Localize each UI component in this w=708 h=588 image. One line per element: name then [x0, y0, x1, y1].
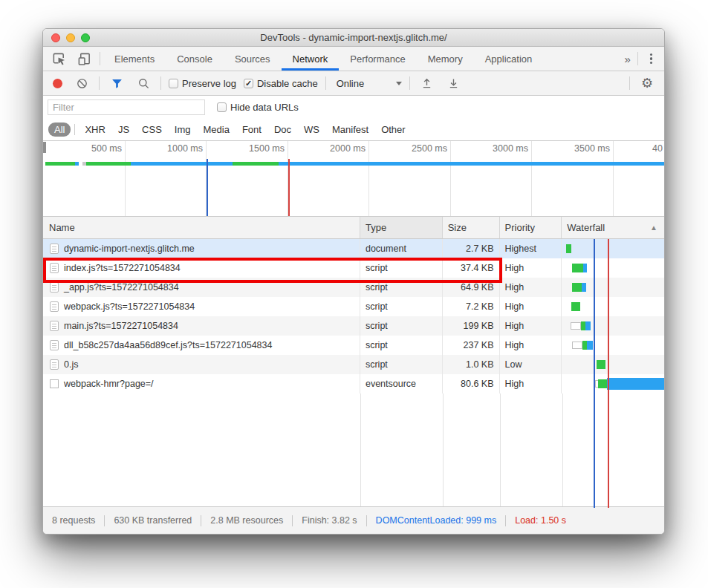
overview-activity-bar — [279, 162, 664, 166]
name-cell: webpack-hmr?page=/ — [43, 374, 360, 393]
disable-cache-label: Disable cache — [257, 78, 318, 89]
tab-elements[interactable]: Elements — [103, 47, 166, 71]
search-button[interactable] — [134, 74, 153, 92]
checkbox-box — [169, 79, 178, 88]
table-row[interactable]: main.js?ts=1572271054834script199 KBHigh — [43, 316, 664, 336]
type-filter-img[interactable]: Img — [169, 122, 196, 137]
throttling-dropdown[interactable]: Online — [334, 78, 402, 89]
document-file-icon — [50, 301, 59, 312]
column-header-waterfall[interactable]: Waterfall▲ — [561, 217, 664, 238]
overview-activity-bar — [131, 162, 240, 166]
type-cell: script — [360, 297, 442, 316]
devtools-tab-bar: ElementsConsoleSourcesNetworkPerformance… — [43, 47, 664, 71]
overview-gridline — [125, 141, 126, 216]
name-cell: main.js?ts=1572271054834 — [43, 316, 360, 336]
tab-network[interactable]: Network — [282, 47, 340, 71]
priority-cell: High — [499, 374, 562, 393]
table-row[interactable]: index.js?ts=1572271054834script37.4 KBHi… — [43, 258, 664, 278]
type-filter-xhr[interactable]: XHR — [79, 122, 110, 137]
waterfall-cell — [561, 355, 664, 374]
column-header-label: Type — [366, 222, 386, 233]
traffic-lights — [51, 33, 90, 42]
type-filter-other[interactable]: Other — [376, 122, 411, 137]
waterfall-cell — [561, 258, 664, 278]
tab-performance[interactable]: Performance — [339, 47, 416, 71]
type-filter-js[interactable]: JS — [113, 122, 134, 137]
toolbar-divider — [100, 52, 100, 65]
name-cell: dll_b58c257da4aa56d89cef.js?ts=157227105… — [43, 336, 360, 355]
type-cell: document — [360, 239, 442, 258]
load-event-line — [288, 159, 290, 216]
minimize-window-button[interactable] — [66, 33, 75, 42]
waterfall-queue-bar — [572, 342, 582, 349]
document-file-icon — [50, 340, 59, 350]
tab-sources[interactable]: Sources — [224, 47, 282, 71]
type-filter-all[interactable]: All — [48, 122, 71, 137]
type-cell: script — [360, 336, 442, 355]
more-tabs-icon[interactable]: » — [624, 53, 629, 65]
gear-icon: ⚙ — [641, 76, 653, 90]
document-file-icon — [50, 359, 59, 370]
device-toolbar-button[interactable] — [74, 50, 94, 68]
waterfall-cell — [561, 374, 664, 393]
tab-application[interactable]: Application — [474, 47, 544, 71]
type-filter-doc[interactable]: Doc — [269, 122, 296, 137]
overview-tick-label: 2000 ms — [309, 143, 366, 154]
waterfall-green-bar — [566, 244, 571, 253]
overview-activity-bar — [86, 162, 131, 166]
tab-memory[interactable]: Memory — [417, 47, 474, 71]
table-row[interactable]: webpack-hmr?page=/eventsource80.6 KBHigh — [43, 374, 664, 393]
overview-activity-bar — [45, 162, 75, 166]
column-header-size[interactable]: Size — [442, 217, 499, 238]
toolbar-divider — [99, 76, 100, 90]
overview-tick-label: 500 ms — [65, 143, 122, 154]
close-window-button[interactable] — [51, 33, 60, 42]
zoom-window-button[interactable] — [81, 33, 90, 42]
type-filter-css[interactable]: CSS — [137, 122, 167, 137]
table-empty-area — [43, 393, 664, 508]
status-item: Finish: 3.82 s — [293, 515, 366, 526]
network-toolbar: Preserve log ✓ Disable cache Online — [43, 71, 664, 96]
type-filter-manifest[interactable]: Manifest — [327, 122, 374, 137]
resource-type-filters: AllXHRJSCSSImgMediaFontDocWSManifestOthe… — [43, 119, 664, 141]
import-har-button[interactable] — [418, 74, 437, 92]
tab-console[interactable]: Console — [166, 47, 224, 71]
inspect-element-button[interactable] — [49, 50, 68, 68]
table-row[interactable]: webpack.js?ts=1572271054834script7.2 KBH… — [43, 297, 664, 316]
disable-cache-checkbox[interactable]: ✓ Disable cache — [244, 78, 318, 89]
overview-grip[interactable] — [43, 142, 46, 153]
column-header-priority[interactable]: Priority — [499, 217, 562, 238]
timeline-overview[interactable]: 500 ms1000 ms1500 ms2000 ms2500 ms3000 m… — [43, 141, 664, 217]
request-name: webpack-hmr?page=/ — [64, 379, 154, 389]
customize-devtools-icon[interactable] — [646, 53, 657, 65]
record-network-log-button[interactable] — [53, 79, 62, 88]
filter-input[interactable] — [48, 99, 205, 115]
waterfall-blue-bar — [585, 321, 591, 330]
priority-cell: High — [499, 336, 562, 355]
hide-data-urls-checkbox[interactable]: Hide data URLs — [217, 102, 299, 113]
column-header-type[interactable]: Type — [360, 217, 442, 238]
document-file-icon — [50, 321, 59, 331]
waterfall-queue-bar — [571, 322, 581, 330]
preserve-log-checkbox[interactable]: Preserve log — [169, 78, 236, 89]
column-separator — [500, 393, 501, 508]
document-file-icon — [50, 263, 59, 273]
column-header-name[interactable]: Name — [43, 217, 360, 238]
clear-network-log-button[interactable] — [72, 74, 91, 92]
table-row[interactable]: dynamic-import-nextjs.glitch.medocument2… — [43, 239, 664, 258]
toolbar-divider — [409, 76, 410, 90]
network-settings-button[interactable]: ⚙ — [637, 74, 657, 92]
column-header-label: Name — [49, 222, 75, 233]
type-filter-media[interactable]: Media — [198, 122, 234, 137]
request-name: webpack.js?ts=1572271054834 — [64, 301, 195, 312]
status-item: 8 requests — [52, 515, 104, 526]
overview-gridline — [368, 141, 369, 216]
filter-toggle-button[interactable] — [107, 74, 126, 92]
export-har-button[interactable] — [444, 74, 464, 92]
table-row[interactable]: 0.jsscript1.0 KBLow — [43, 355, 664, 374]
table-row[interactable]: _app.js?ts=1572271054834script64.9 KBHig… — [43, 278, 664, 297]
type-filter-ws[interactable]: WS — [299, 122, 325, 137]
table-row[interactable]: dll_b58c257da4aa56d89cef.js?ts=157227105… — [43, 336, 664, 355]
type-filter-font[interactable]: Font — [237, 122, 267, 137]
status-item: DOMContentLoaded: 999 ms — [367, 515, 506, 526]
